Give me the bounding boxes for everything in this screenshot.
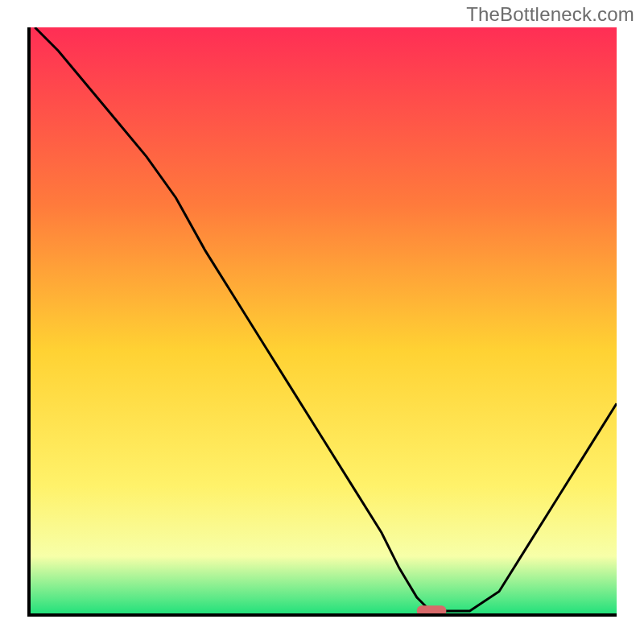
plot-background (29, 27, 617, 615)
bottleneck-chart (0, 0, 644, 644)
watermark-text: TheBottleneck.com (466, 3, 634, 26)
